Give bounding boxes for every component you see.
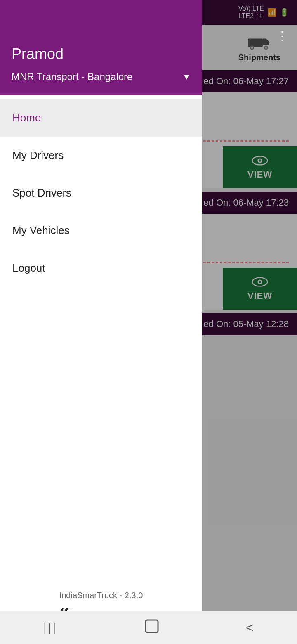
more-vertical-icon: ⋮ — [276, 29, 289, 42]
sidebar-item-label-my-vehicles: My Vehicles — [12, 224, 70, 237]
drawer-menu: Home My Drivers Spot Drivers My Vehicles… — [0, 95, 202, 578]
sidebar-item-logout[interactable]: Logout — [0, 249, 202, 287]
drawer-org-name: MNR Transport - Bangalore — [12, 71, 178, 83]
drawer-org-row[interactable]: MNR Transport - Bangalore ▼ — [12, 71, 191, 83]
recents-button[interactable]: ||| — [31, 617, 70, 639]
home-button[interactable] — [132, 615, 172, 641]
home-circle-icon — [144, 619, 159, 634]
chevron-down-icon: ▼ — [182, 72, 191, 82]
sidebar-item-label-home: Home — [12, 111, 41, 124]
back-button[interactable]: < — [233, 616, 266, 639]
nav-drawer: Pramod MNR Transport - Bangalore ▼ Home … — [0, 0, 202, 644]
sidebar-item-home[interactable]: Home — [0, 99, 202, 137]
footer-version: IndiaSmarTruck - 2.3.0 — [12, 591, 190, 600]
sidebar-item-spot-drivers[interactable]: Spot Drivers — [0, 174, 202, 212]
sidebar-item-label-my-drivers: My Drivers — [12, 149, 64, 161]
more-options-button[interactable]: ⋮ — [276, 29, 289, 43]
sidebar-item-my-drivers[interactable]: My Drivers — [0, 137, 202, 174]
sidebar-item-label-logout: Logout — [12, 262, 45, 274]
svg-rect-15 — [146, 620, 158, 632]
drawer-user-name: Pramod — [12, 45, 191, 63]
drawer-header: Pramod MNR Transport - Bangalore ▼ — [0, 0, 202, 95]
sidebar-item-my-vehicles[interactable]: My Vehicles — [0, 212, 202, 249]
sidebar-item-label-spot-drivers: Spot Drivers — [12, 187, 71, 199]
android-nav-bar: ||| < — [0, 611, 297, 644]
